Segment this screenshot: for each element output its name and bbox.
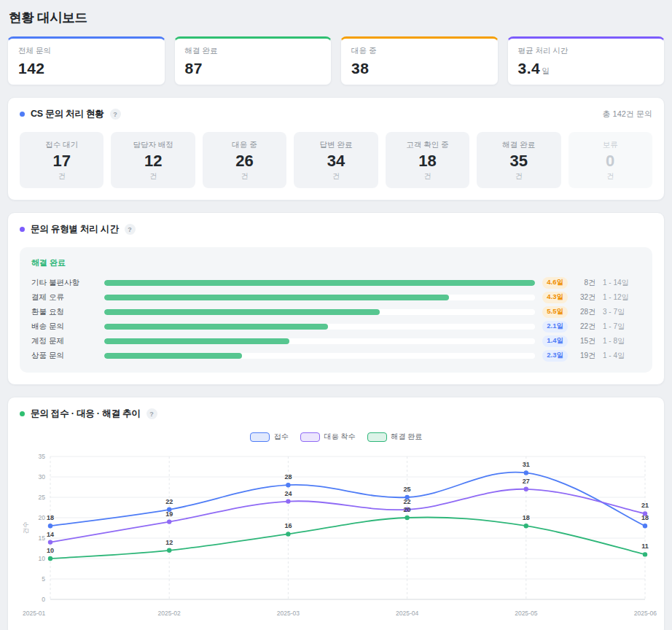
trend-chart: 051015202530352025-012025-022025-032025-… bbox=[20, 445, 652, 624]
kpi-card-in-progress: 대응 중 38 bbox=[340, 36, 499, 85]
kpi-value: 3.4일 bbox=[518, 60, 655, 77]
section-dot bbox=[20, 112, 25, 117]
point-value-label: 11 bbox=[641, 542, 649, 550]
data-point bbox=[405, 516, 409, 520]
y-tick-label: 10 bbox=[39, 555, 46, 562]
status-label: 고객 확인 중 bbox=[390, 140, 465, 150]
section-title: 문의 접수 · 대응 · 해결 추이 bbox=[31, 408, 141, 420]
y-tick-label: 35 bbox=[39, 453, 46, 460]
kpi-label: 해결 완료 bbox=[185, 46, 321, 56]
point-value-label: 10 bbox=[47, 547, 54, 554]
data-point bbox=[643, 552, 647, 556]
dashboard-page: { "page": { "title": "현황 대시보드" }, "theme… bbox=[0, 0, 672, 630]
status-label: 보류 bbox=[573, 140, 648, 150]
y-tick-label: 5 bbox=[42, 575, 45, 583]
bar-row-refund: 환불 요청 5.5일 28건 3 - 7일 bbox=[31, 307, 641, 317]
bar-range: 1 - 14일 bbox=[603, 278, 641, 288]
bar-range: 1 - 12일 bbox=[603, 292, 641, 303]
status-value: 18 bbox=[390, 153, 465, 169]
data-point bbox=[524, 487, 528, 491]
bar-track bbox=[104, 280, 535, 286]
legend-item-2[interactable]: 해결 완료 bbox=[367, 432, 423, 442]
point-value-label: 18 bbox=[47, 514, 54, 521]
help-icon[interactable]: ? bbox=[146, 408, 157, 419]
kpi-card-total-inquiries: 전체 문의 142 bbox=[7, 36, 165, 85]
kpi-row: 전체 문의 142 해결 완료 87 대응 중 38 평균 처리 시간 3.4일 bbox=[7, 36, 665, 85]
section-dot bbox=[20, 411, 25, 416]
status-value: 35 bbox=[481, 153, 556, 169]
help-icon[interactable]: ? bbox=[110, 109, 121, 120]
status-unit: 건 bbox=[115, 171, 190, 182]
trend-line-chart: 051015202530352025-012025-022025-032025-… bbox=[21, 446, 657, 621]
status-value: 0 bbox=[573, 153, 648, 169]
point-value-label: 12 bbox=[165, 539, 173, 546]
kpi-value: 142 bbox=[18, 60, 155, 77]
point-value-label: 22 bbox=[165, 498, 173, 505]
point-value-label: 28 bbox=[284, 473, 292, 481]
status-unit: 건 bbox=[24, 171, 99, 182]
status-unit: 건 bbox=[298, 171, 373, 182]
status-card-customer-confirm: 고객 확인 중 18 건 bbox=[386, 132, 469, 188]
status-section-header: CS 문의 처리 현황 ? 총 142건 문의 bbox=[20, 108, 652, 120]
status-label: 해결 완료 bbox=[481, 140, 556, 150]
bar-fill bbox=[104, 309, 380, 315]
status-unit: 건 bbox=[207, 171, 282, 182]
y-tick-label: 0 bbox=[42, 596, 45, 603]
help-icon[interactable]: ? bbox=[125, 224, 136, 235]
bar-count: 19건 bbox=[575, 351, 595, 361]
x-tick-label: 2025-01 bbox=[23, 610, 45, 617]
type-time-section-header: 문의 유형별 처리 시간 ? bbox=[20, 223, 652, 236]
bar-row-payment: 결제 오류 4.3일 32건 1 - 12일 bbox=[31, 292, 641, 303]
point-value-label: 22 bbox=[404, 498, 411, 505]
kpi-label: 평균 처리 시간 bbox=[518, 46, 655, 56]
status-card-answered: 답변 완료 34 건 bbox=[294, 132, 378, 188]
section-title: 문의 유형별 처리 시간 bbox=[31, 223, 119, 236]
x-tick-label: 2025-03 bbox=[277, 610, 300, 617]
data-point bbox=[286, 483, 290, 487]
x-tick-label: 2025-04 bbox=[396, 610, 418, 617]
bar-row-product: 상품 문의 2.3일 19건 1 - 4일 bbox=[31, 351, 641, 361]
x-tick-label: 2025-02 bbox=[158, 610, 181, 617]
type-time-section: 문의 유형별 처리 시간 ? 해결 완료 기타 불편사항 4.6일 8건 1 -… bbox=[7, 212, 665, 385]
bar-fill bbox=[104, 353, 242, 359]
page-title: 현황 대시보드 bbox=[9, 9, 663, 26]
legend-swatch bbox=[367, 432, 387, 442]
data-point bbox=[286, 532, 290, 536]
legend-swatch bbox=[300, 432, 320, 442]
bar-range: 1 - 7일 bbox=[603, 322, 641, 332]
bar-row-account: 계정 문제 1.4일 15건 1 - 8일 bbox=[31, 336, 641, 346]
point-value-label: 27 bbox=[523, 478, 530, 485]
avg-days-badge: 2.3일 bbox=[542, 350, 568, 361]
section-title: CS 문의 처리 현황 bbox=[31, 108, 104, 120]
status-label: 대응 중 bbox=[207, 140, 282, 150]
legend-item-0[interactable]: 접수 bbox=[250, 432, 289, 442]
kpi-card-avg-time: 평균 처리 시간 3.4일 bbox=[507, 36, 665, 85]
bar-range: 1 - 4일 bbox=[603, 351, 641, 361]
bar-label: 계정 문제 bbox=[31, 336, 97, 346]
point-value-label: 31 bbox=[523, 461, 530, 468]
avg-days-badge: 2.1일 bbox=[542, 321, 568, 332]
bar-label: 기타 불편사항 bbox=[31, 278, 97, 288]
bar-label: 상품 문의 bbox=[31, 351, 97, 361]
status-unit: 건 bbox=[390, 171, 465, 182]
bar-label: 배송 문의 bbox=[31, 322, 97, 332]
bar-fill bbox=[104, 280, 535, 286]
x-tick-label: 2025-06 bbox=[634, 610, 657, 617]
kpi-label: 대응 중 bbox=[351, 46, 488, 56]
data-point bbox=[48, 556, 52, 561]
status-unit: 건 bbox=[481, 171, 556, 182]
bar-track bbox=[104, 309, 535, 315]
legend-item-1[interactable]: 대응 착수 bbox=[300, 432, 356, 442]
bar-count: 8건 bbox=[575, 278, 595, 288]
bar-row-shipping: 배송 문의 2.1일 22건 1 - 7일 bbox=[31, 322, 641, 332]
point-value-label: 20 bbox=[404, 506, 411, 513]
x-tick-label: 2025-05 bbox=[515, 610, 537, 617]
total-inquiries-label: 총 142건 문의 bbox=[603, 109, 652, 120]
status-label: 답변 완료 bbox=[298, 140, 373, 150]
y-axis-title: 건수 bbox=[22, 522, 29, 534]
avg-days-badge: 4.6일 bbox=[542, 277, 568, 288]
status-value: 17 bbox=[24, 153, 99, 169]
kpi-number: 3.4 bbox=[518, 60, 541, 77]
status-card-resolved: 해결 완료 35 건 bbox=[477, 132, 560, 188]
bar-count: 28건 bbox=[575, 307, 595, 317]
